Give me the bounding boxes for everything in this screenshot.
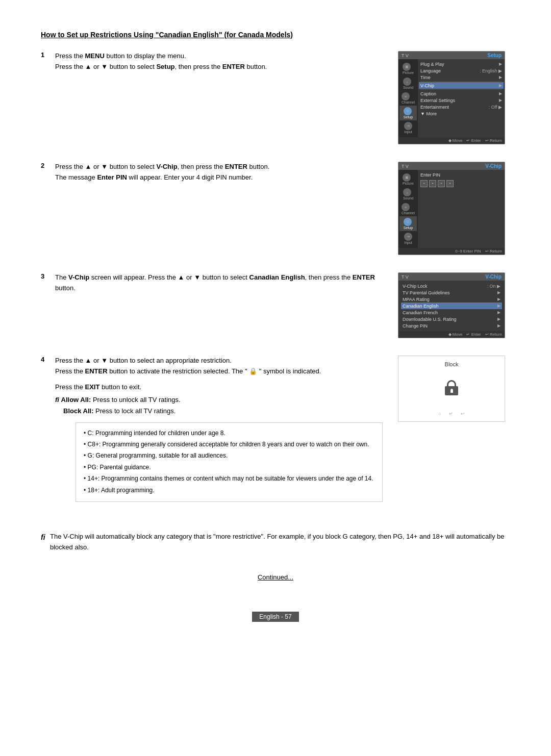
footer-move-3: ◆ Move [448, 332, 463, 337]
rating-bullet-list: C: Programming intended for children und… [84, 428, 374, 495]
tv-label-2: T V [402, 164, 409, 169]
tv-menu-box-2: T V V-Chip ▣ Picture ♪ [398, 162, 505, 255]
input-icon: ⇥ [404, 122, 412, 130]
sound-icon: ♪ [403, 78, 411, 86]
lock-body [445, 386, 458, 395]
step4-section: 4 Press the ▲ or ▼ button to select an a… [41, 356, 510, 521]
menu-divider-1 [420, 81, 502, 82]
continued-link: Continued... [41, 573, 510, 581]
menu-item-language: Language: English ▶ [420, 67, 502, 74]
picture-label: Picture [403, 71, 414, 74]
tv-menu-items-1: Plug & Play▶ Language: English ▶ Time▶ V… [418, 59, 505, 137]
step1-text: Press the MENU button to display the men… [55, 51, 383, 72]
enter-pin-label: Enter PIN [420, 171, 502, 178]
bullet-c: C: Programming intended for children und… [84, 428, 374, 438]
tv-footer-2: 0~9 Enter PIN ↩ Return [398, 248, 505, 255]
picture-icon: ▣ [403, 63, 411, 71]
setup-icon: ⚙ [404, 107, 412, 115]
step4-row: 4 Press the ▲ or ▼ button to select an a… [41, 356, 383, 507]
picture-icon-2: ▣ [403, 173, 411, 182]
step2-text: Press the ▲ or ▼ button to select V-Chip… [55, 162, 383, 183]
block-footer-return: ↩ [461, 411, 465, 416]
step4-num: 4 [41, 356, 49, 507]
bullet-14: 14+: Programming contains themes or cont… [84, 473, 374, 484]
tv-label-1: T V [402, 53, 409, 58]
pin-input-boxes: * * * * [420, 180, 502, 187]
menu3-canadian-french: Canadian French▶ [403, 309, 500, 316]
block-image-box: Block ○ ↵ ↩ [398, 356, 505, 422]
menu3-change-pin: Change PIN▶ [403, 322, 500, 329]
tv-menu-header-2: T V V-Chip [398, 162, 505, 170]
menu-item-vchip: V-Chip▶ [419, 82, 504, 89]
footer-return-3: ↩ Return [485, 332, 502, 337]
sidebar2-picture: ▣ Picture [399, 172, 417, 187]
sidebar-setup: ⚙ Setup [399, 106, 417, 120]
bullet-list-box: C: Programming intended for children und… [76, 422, 383, 502]
tv-label-3: T V [402, 274, 409, 280]
channel-icon: ≡ [402, 92, 410, 100]
menu3-downloadable: Downloadable U.S. Rating▶ [403, 316, 500, 322]
footer-return-2: ↩ Return [485, 249, 502, 254]
step1-content: Press the MENU button to display the men… [55, 51, 383, 72]
input-label-2: Input [404, 241, 412, 244]
step3-right: T V V-Chip V-Chip Lock: On ▶ TV Parental… [398, 272, 510, 345]
sidebar-picture: ▣ Picture [399, 61, 417, 76]
channel-label: Channel [402, 100, 415, 104]
tv-menu-box-1: T V Setup ▣ Picture ♪ [398, 51, 505, 144]
sidebar-sound: ♪ Sound [399, 76, 417, 91]
step2-right: T V V-Chip ▣ Picture ♪ [398, 162, 510, 262]
block-footer-circle: ○ [438, 411, 441, 416]
sidebar-channel: ≡ Channel [399, 91, 417, 106]
tv-menu-items-2: Enter PIN * * * * [418, 170, 505, 248]
step1-section: 1 Press the MENU button to display the m… [41, 51, 510, 152]
sidebar2-sound: ♪ Sound [399, 187, 417, 201]
step4-right: Block ○ ↵ ↩ [398, 356, 510, 521]
step2-content: Press the ▲ or ▼ button to select V-Chip… [55, 162, 383, 183]
fi-note-section: fi The V-Chip will automatically block a… [41, 532, 510, 553]
page-title: How to Set up Restrictions Using "Canadi… [41, 31, 510, 39]
footer-enter-3: ↵ Enter [466, 332, 481, 337]
menu-item-plug: Plug & Play▶ [420, 61, 502, 67]
tv-menu-box-3: T V V-Chip V-Chip Lock: On ▶ TV Parental… [398, 272, 505, 338]
fi-note-icon: fi [41, 532, 46, 553]
menu-item-time: Time▶ [420, 74, 502, 81]
bullet-pg: PG: Parental guidance. [84, 462, 374, 472]
tv-body-2: ▣ Picture ♪ Sound ≡ [398, 170, 505, 248]
footer-pin-enter: 0~9 Enter PIN [455, 249, 481, 254]
step3-row: 3 The V-Chip screen will appear. Press t… [41, 272, 383, 294]
tv-body-3: V-Chip Lock: On ▶ TV Parental Guidelines… [398, 281, 505, 331]
sound-icon-2: ♪ [403, 188, 411, 196]
page-content: How to Set up Restrictions Using "Canadi… [41, 31, 510, 622]
menu3-vchip-lock: V-Chip Lock: On ▶ [403, 283, 500, 289]
step2-left: 2 Press the ▲ or ▼ button to select V-Ch… [41, 162, 383, 262]
step3-content: The V-Chip screen will appear. Press the… [55, 272, 383, 294]
step3-num: 3 [41, 272, 49, 294]
sound-label: Sound [403, 86, 413, 89]
bullet-c8: C8+: Programming generally considered ac… [84, 439, 374, 449]
sidebar2-channel: ≡ Channel [399, 201, 417, 216]
lock-icon [443, 380, 460, 398]
step4-left: 4 Press the ▲ or ▼ button to select an a… [41, 356, 383, 521]
setup-icon-2: ⚙ [404, 218, 412, 226]
bullet-g: G: General programming, suitable for all… [84, 450, 374, 461]
step3-left: 3 The V-Chip screen will appear. Press t… [41, 272, 383, 345]
step4-text: Press the ▲ or ▼ button to select an app… [55, 356, 383, 377]
setup-label: Setup [404, 115, 413, 119]
step3-text: The V-Chip screen will appear. Press the… [55, 272, 383, 294]
allow-all-text: fi Allow All: Press to unlock all TV rat… [55, 394, 383, 417]
menu3-tv-parental: TV Parental Guidelines▶ [403, 289, 500, 296]
input-label: Input [404, 130, 412, 134]
lock-keyhole [450, 389, 453, 393]
menu-item-entertainment: Entertainment: Off ▶ [420, 104, 502, 110]
tv-menu-header-3: T V V-Chip [398, 273, 505, 281]
menu-title-3: V-Chip [485, 274, 502, 280]
block-footer-enter: ↵ [449, 411, 453, 416]
lock-shackle [447, 380, 456, 386]
channel-label-2: Channel [402, 211, 415, 215]
pin-box-3: * [438, 180, 445, 187]
channel-icon-2: ≡ [402, 203, 410, 211]
step3-section: 3 The V-Chip screen will appear. Press t… [41, 272, 510, 345]
pin-box-4: * [446, 180, 454, 187]
tv-menu-items-3: V-Chip Lock: On ▶ TV Parental Guidelines… [398, 281, 505, 331]
step1-row: 1 Press the MENU button to display the m… [41, 51, 383, 72]
